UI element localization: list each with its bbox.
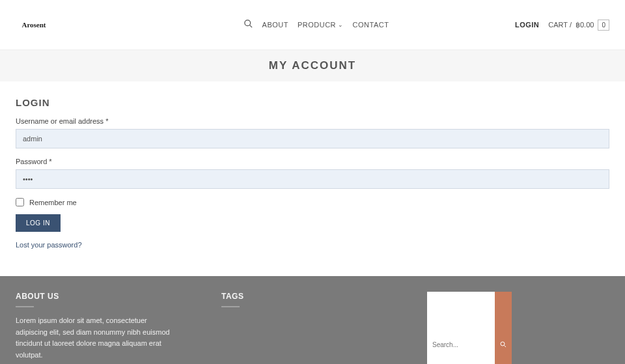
footer-about-col: ABOUT US Lorem ipsum dolor sit amet, con…	[16, 292, 195, 364]
search-icon[interactable]	[243, 19, 253, 31]
search-box	[427, 292, 512, 364]
svg-point-7	[501, 342, 505, 346]
main-content: LOGIN Username or email address * Passwo…	[0, 81, 625, 276]
about-text: Lorem ipsum dolor sit amet, consectetuer…	[16, 315, 172, 361]
about-heading: ABOUT US	[16, 292, 195, 301]
nav-about[interactable]: ABOUT	[262, 21, 288, 29]
remember-row: Remember me	[16, 198, 609, 206]
footer-search-col	[427, 292, 609, 364]
logo[interactable]: Arosent	[16, 8, 52, 42]
divider	[16, 306, 34, 307]
header: Arosent ABOUT PRODUCR ⌄ CONTACT LOGIN CA…	[0, 0, 625, 50]
username-input[interactable]	[16, 129, 609, 148]
chevron-down-icon: ⌄	[338, 21, 344, 28]
nav-contact[interactable]: CONTACT	[353, 21, 389, 29]
username-label: Username or email address *	[16, 117, 609, 125]
remember-label: Remember me	[29, 199, 77, 206]
logo-text: Arosent	[21, 21, 46, 29]
remember-checkbox[interactable]	[16, 198, 24, 206]
footer-tags-col: TAGS	[221, 292, 401, 364]
search-button[interactable]	[495, 292, 512, 364]
nav-right: LOGIN CART / ฿0.00 0	[515, 20, 609, 31]
cart-count: 0	[598, 20, 609, 31]
login-button[interactable]: LOG IN	[16, 214, 61, 232]
svg-line-8	[505, 346, 507, 348]
search-input[interactable]	[427, 292, 495, 364]
svg-line-1	[249, 25, 252, 27]
svg-point-0	[244, 20, 250, 25]
nav-producr[interactable]: PRODUCR ⌄	[298, 21, 344, 29]
page-title: MY ACCOUNT	[0, 59, 625, 72]
main-nav: ABOUT PRODUCR ⌄ CONTACT	[243, 19, 389, 31]
footer: ABOUT US Lorem ipsum dolor sit amet, con…	[0, 276, 625, 364]
divider	[221, 306, 240, 307]
password-input[interactable]	[16, 169, 609, 189]
cart-link[interactable]: CART / ฿0.00 0	[548, 20, 609, 31]
password-label: Password *	[16, 158, 609, 165]
cart-amount: ฿0.00	[576, 21, 594, 29]
page-title-bar: MY ACCOUNT	[0, 50, 625, 81]
login-link[interactable]: LOGIN	[515, 21, 539, 29]
cart-label: CART /	[548, 21, 572, 29]
login-heading: LOGIN	[16, 97, 609, 108]
lost-password-link[interactable]: Lost your password?	[16, 241, 82, 249]
tags-heading: TAGS	[221, 292, 401, 301]
